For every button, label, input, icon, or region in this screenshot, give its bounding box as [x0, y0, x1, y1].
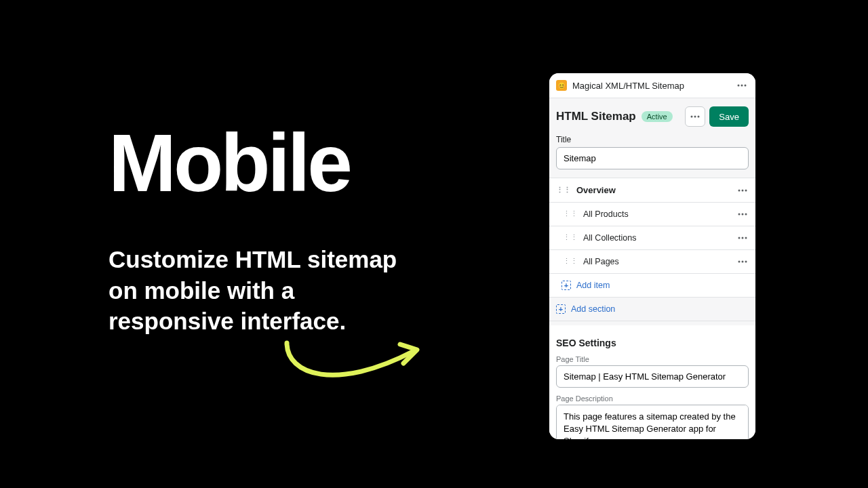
svg-point-12 [738, 237, 741, 239]
add-section-label: Add section [571, 304, 615, 314]
title-label: Title [556, 135, 749, 144]
section-overview-label: Overview [576, 185, 731, 195]
svg-point-16 [742, 261, 744, 263]
svg-point-3 [691, 116, 693, 118]
item-menu[interactable] [736, 259, 749, 264]
svg-point-17 [745, 261, 747, 263]
app-logo-icon: 😊 [556, 80, 567, 91]
item-all-collections[interactable]: ⋮⋮ All Collections [549, 226, 755, 250]
status-badge: Active [642, 111, 673, 122]
page-header: HTML Sitemap Active Save [549, 98, 755, 135]
svg-point-4 [694, 116, 696, 118]
svg-point-2 [745, 85, 747, 87]
item-label: All Pages [583, 257, 731, 266]
svg-point-6 [738, 189, 741, 191]
add-section-button[interactable]: + Add section [549, 298, 755, 321]
item-menu[interactable] [736, 235, 749, 241]
seo-settings: SEO Settings Page Title Page Description [549, 325, 755, 439]
app-menu-button[interactable] [735, 79, 749, 92]
app-title: Magical XML/HTML Sitemap [572, 81, 730, 91]
svg-point-10 [742, 214, 744, 216]
svg-point-7 [742, 189, 744, 191]
add-item-button[interactable]: + Add item [549, 274, 755, 298]
page-heading: HTML Sitemap [556, 110, 636, 123]
drag-handle-icon[interactable]: ⋮⋮ [563, 260, 578, 264]
item-all-pages[interactable]: ⋮⋮ All Pages [549, 250, 755, 274]
svg-point-13 [742, 237, 744, 239]
section-overview[interactable]: ⋮⋮ Overview [549, 178, 755, 203]
save-button[interactable]: Save [709, 106, 749, 127]
hero-subtext: Customize HTML sitemap on mobile with a … [108, 244, 420, 337]
add-icon: + [556, 304, 566, 314]
item-label: All Collections [583, 233, 731, 243]
seo-heading: SEO Settings [556, 338, 749, 348]
svg-point-11 [745, 214, 747, 216]
page-title-input[interactable] [556, 365, 749, 388]
drag-handle-icon[interactable]: ⋮⋮ [563, 212, 578, 216]
svg-point-9 [738, 214, 741, 216]
item-label: All Products [583, 209, 731, 219]
page-title-label: Page Title [556, 355, 749, 363]
item-menu[interactable] [736, 211, 749, 217]
page-description-label: Page Description [556, 394, 749, 403]
add-icon: + [561, 281, 571, 290]
drag-handle-icon[interactable]: ⋮⋮ [563, 236, 578, 240]
page-description-input[interactable] [556, 405, 749, 439]
item-all-products[interactable]: ⋮⋮ All Products [549, 203, 755, 226]
title-input[interactable] [556, 147, 749, 169]
svg-point-8 [745, 189, 747, 191]
drag-handle-icon[interactable]: ⋮⋮ [556, 188, 571, 192]
svg-point-14 [745, 237, 747, 239]
app-bar: 😊 Magical XML/HTML Sitemap [549, 73, 755, 98]
svg-point-15 [738, 261, 741, 263]
svg-point-5 [698, 116, 700, 118]
svg-point-1 [741, 85, 743, 87]
add-item-label: Add item [576, 281, 610, 290]
hero-headline: Mobile [108, 122, 420, 203]
svg-point-0 [738, 85, 740, 87]
mobile-preview: 😊 Magical XML/HTML Sitemap HTML Sitemap … [549, 73, 755, 439]
section-overview-menu[interactable] [736, 188, 749, 193]
curved-arrow-icon [281, 338, 424, 392]
header-actions-button[interactable] [685, 106, 705, 127]
